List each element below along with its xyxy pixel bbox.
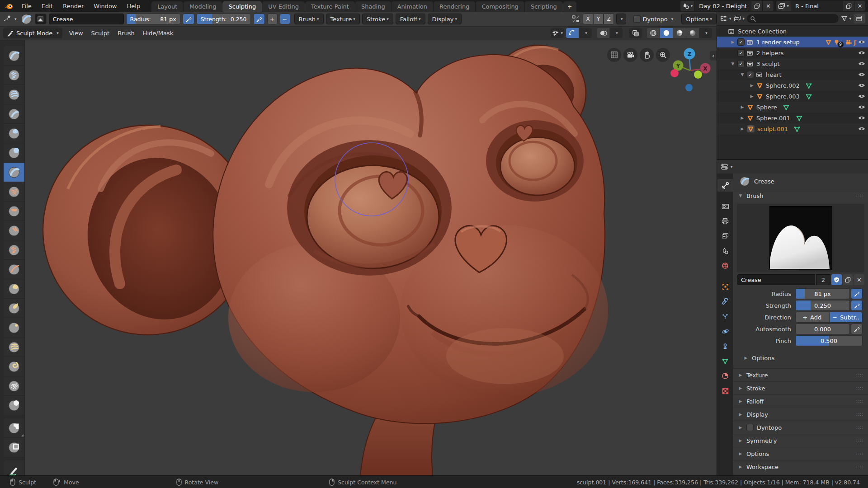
scene-browse-button[interactable]: ▾ — [680, 1, 695, 11]
panel-workspace-header[interactable]: ▶Workspace:::: — [733, 460, 868, 473]
gizmo-y-neg-axis[interactable] — [694, 70, 702, 79]
tool-snake-hook-button[interactable] — [4, 299, 24, 318]
gizmos-dropdown-button[interactable]: ▾ — [579, 28, 592, 38]
panel-symmetry-header[interactable]: ▶Symmetry:::: — [733, 434, 868, 447]
shading-wireframe-button[interactable] — [647, 28, 660, 38]
viewport-menu-sculpt[interactable]: Sculpt — [87, 30, 114, 37]
copy-datablock-button[interactable] — [843, 274, 853, 285]
unlink-datablock-button[interactable]: ✕ — [854, 274, 864, 285]
outliner-row-sphere-002[interactable]: ▶Sphere.002 — [717, 80, 868, 91]
strength-slider[interactable]: Strength: 0.250 — [197, 14, 251, 24]
direction-subtr-button[interactable]: −Subtr.. — [829, 312, 863, 323]
outliner-row-sphere-001[interactable]: ▶Sphere.001 — [717, 113, 868, 123]
disclosure-right-icon[interactable]: ▶ — [740, 116, 745, 120]
overlays-dropdown-button[interactable]: ▾ — [610, 28, 623, 38]
shading-solid-button[interactable] — [660, 28, 673, 38]
disclosure-down-icon[interactable]: ▼ — [740, 72, 745, 77]
panel-drag-dots[interactable]: :::: — [856, 386, 863, 390]
strength-slider[interactable]: 0.250 — [795, 300, 850, 311]
popover-stroke[interactable]: Stroke▾ — [362, 14, 393, 24]
outliner-display-mode-icon[interactable]: ▾ — [734, 15, 745, 22]
gizmo-x-neg-axis[interactable] — [670, 69, 679, 77]
outliner-row-sphere-003[interactable]: ▶Sphere.003 — [717, 91, 868, 102]
brush-name-input[interactable]: Crease — [49, 14, 124, 24]
outliner-row-3-sculpt[interactable]: ▼✓3 sculpt — [717, 58, 868, 69]
properties-tab-material[interactable] — [717, 370, 733, 382]
autosmooth-slider[interactable]: 0.000 — [795, 324, 850, 334]
sculpt-object[interactable] — [43, 45, 608, 475]
gizmo-z-neg-axis[interactable] — [685, 84, 693, 91]
panel-drag-dots[interactable]: :::: — [856, 438, 863, 443]
tab-compositing[interactable]: Compositing — [476, 1, 524, 12]
direction-subtract-button[interactable]: − — [280, 14, 290, 24]
tool-grab-button[interactable] — [4, 279, 24, 299]
popover-brush[interactable]: Brush▾ — [294, 14, 324, 24]
outliner-editor-type-icon[interactable]: ▾ — [720, 15, 731, 22]
panel-drag-dots[interactable]: :::: — [856, 399, 863, 404]
properties-tab-scene[interactable] — [717, 244, 733, 257]
tab-texture-paint[interactable]: Texture Paint — [305, 1, 355, 12]
view-layer-copy-button[interactable] — [843, 1, 854, 11]
radius-slider[interactable]: 81 px — [795, 288, 850, 299]
pan-view-button[interactable] — [640, 48, 654, 62]
tool-mask-button[interactable] — [4, 396, 24, 415]
properties-tab-object[interactable] — [717, 280, 733, 293]
fake-user-shield-button[interactable] — [831, 274, 842, 285]
tool-layer-button[interactable] — [4, 104, 24, 124]
outliner-search-input[interactable] — [747, 14, 839, 23]
menu-help[interactable]: Help — [122, 0, 146, 12]
object-visibility-button[interactable]: ▾ — [551, 28, 564, 38]
collection-checkbox[interactable]: ✓ — [737, 38, 745, 46]
view-layer-remove-button[interactable]: ✕ — [854, 1, 865, 11]
strength-pressure-toggle[interactable] — [253, 14, 265, 24]
hide-in-viewport-eye-icon[interactable] — [858, 61, 865, 66]
view-layer-browse-button[interactable]: ▾ — [776, 1, 791, 11]
shading-dropdown-button[interactable]: ▾ — [699, 28, 712, 38]
scene-copy-button[interactable] — [751, 1, 762, 11]
options-subpanel-header[interactable]: ▶ Options — [733, 352, 868, 364]
tool-scrape-button[interactable] — [4, 240, 24, 260]
symmetry-z-toggle[interactable]: Z — [604, 14, 614, 24]
hide-in-viewport-eye-icon[interactable] — [858, 72, 865, 77]
collection-checkbox[interactable]: ✓ — [737, 60, 745, 67]
chevron-down-icon[interactable]: ▾ — [671, 17, 674, 21]
properties-tab-physics[interactable] — [717, 325, 733, 338]
tool-clay-strips-button[interactable] — [4, 85, 24, 104]
outliner-row-scene-collection[interactable]: Scene Collection — [717, 26, 868, 37]
panel-dyntopo-header[interactable]: ▶Dyntopo:::: — [733, 421, 868, 434]
properties-tab-world[interactable] — [717, 259, 733, 272]
pinch-slider[interactable]: 0.500 — [795, 335, 863, 346]
direction-add-button[interactable]: + — [267, 14, 278, 24]
tool-fill-button[interactable] — [4, 221, 24, 240]
tool-rotate-button[interactable] — [4, 357, 24, 376]
dyntopo-checkbox[interactable] — [633, 15, 641, 23]
sidebar-collapse-handle[interactable]: ‹ — [710, 51, 717, 61]
tool-pinch-button[interactable] — [4, 260, 24, 279]
camera-view-button[interactable] — [623, 48, 637, 62]
tool-flatten-button[interactable] — [4, 202, 24, 221]
properties-tab-modifiers[interactable] — [717, 295, 733, 308]
hide-in-viewport-eye-icon[interactable] — [858, 115, 865, 121]
tool-blob-button[interactable] — [4, 143, 24, 163]
editor-type-icon[interactable]: ▾ — [3, 15, 17, 23]
gizmos-toggle-button[interactable] — [566, 28, 579, 38]
direction-add-button[interactable]: +Add — [795, 312, 829, 323]
radius-slider[interactable]: Radius: 81 px — [126, 14, 180, 24]
tool-thumb-button[interactable] — [4, 318, 24, 338]
symmetry-y-toggle[interactable]: Y — [593, 14, 604, 24]
disclosure-right-icon[interactable]: ▶ — [740, 105, 745, 109]
panel-drag-dots[interactable]: :::: — [856, 425, 863, 430]
overlays-toggle-button[interactable] — [597, 28, 609, 38]
menu-render[interactable]: Render — [58, 0, 89, 12]
properties-tab-constraints[interactable] — [717, 340, 733, 352]
tab-sculpting[interactable]: Sculpting — [222, 1, 262, 12]
properties-tab-tool[interactable] — [717, 179, 733, 192]
orthographic-grid-button[interactable] — [607, 48, 621, 62]
panel-drag-dots[interactable]: :::: — [856, 451, 863, 456]
brush-texture-button[interactable] — [35, 14, 47, 24]
brush-preview-image[interactable] — [769, 206, 832, 270]
outliner-row-2-helpers[interactable]: ✓2 helpers — [717, 47, 868, 58]
radius-pressure-toggle[interactable] — [851, 288, 863, 299]
xray-toggle-button[interactable] — [629, 28, 642, 38]
panel-texture-header[interactable]: ▶Texture:::: — [733, 368, 868, 381]
